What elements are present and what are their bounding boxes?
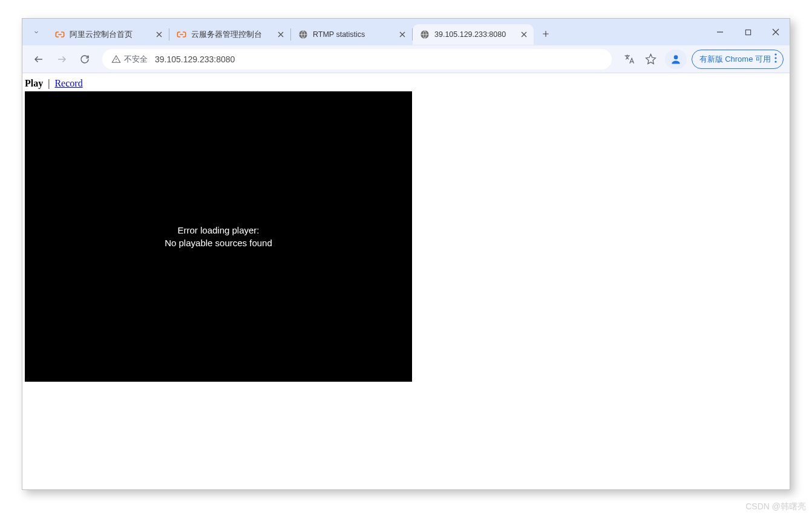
- reload-button[interactable]: [74, 49, 95, 70]
- close-icon: [156, 31, 162, 38]
- aliyun-icon: [177, 30, 186, 39]
- separator: |: [48, 78, 50, 88]
- svg-point-6: [774, 60, 776, 62]
- tab-title: 阿里云控制台首页: [70, 30, 152, 40]
- page-content: Play | Record Error loading player: No p…: [22, 73, 790, 387]
- new-tab-button[interactable]: [537, 25, 554, 42]
- profile-avatar-icon: [669, 52, 683, 67]
- globe-icon: [298, 30, 308, 39]
- toolbar: 不安全 39.105.129.233:8080 有新版 Chrome 可用: [22, 45, 790, 73]
- security-indicator[interactable]: 不安全: [111, 54, 148, 65]
- reload-icon: [79, 54, 90, 65]
- tab-ip-8080[interactable]: 39.105.129.233:8080: [413, 24, 534, 45]
- bookmark-button[interactable]: [641, 49, 661, 70]
- player-error-line1: Error loading player:: [177, 224, 259, 237]
- svg-point-5: [774, 57, 776, 59]
- close-icon: [278, 31, 284, 38]
- browser-window: 阿里云控制台首页 云服务器管理控制台 RTMP statistics: [22, 18, 790, 490]
- minimize-icon: [716, 28, 724, 36]
- address-bar[interactable]: 不安全 39.105.129.233:8080: [102, 49, 612, 70]
- svg-point-3: [673, 55, 678, 59]
- profile-chip[interactable]: [665, 50, 687, 69]
- tab-close-button[interactable]: [398, 30, 407, 39]
- tab-rtmp-stats[interactable]: RTMP statistics: [291, 24, 412, 45]
- update-label: 有新版 Chrome 可用: [699, 54, 771, 65]
- tab-ecs-console[interactable]: 云服务器管理控制台: [169, 24, 290, 45]
- record-link[interactable]: Record: [54, 78, 82, 88]
- chrome-update-pill[interactable]: 有新版 Chrome 可用: [692, 50, 784, 69]
- aliyun-icon: [55, 30, 65, 39]
- tab-search-button[interactable]: [28, 24, 44, 40]
- close-window-button[interactable]: [762, 22, 790, 42]
- tab-close-button[interactable]: [519, 30, 529, 39]
- window-controls: [706, 19, 790, 45]
- close-icon: [521, 31, 527, 38]
- arrow-left-icon: [33, 54, 44, 65]
- plus-icon: [542, 30, 550, 38]
- url-text: 39.105.129.233:8080: [155, 54, 603, 64]
- maximize-icon: [745, 29, 751, 36]
- warning-icon: [111, 54, 121, 64]
- translate-icon: [623, 53, 635, 65]
- page-nav: Play | Record: [25, 78, 787, 91]
- chevron-down-icon: [33, 28, 40, 36]
- tab-aliyun-home[interactable]: 阿里云控制台首页: [48, 24, 169, 45]
- globe-icon: [420, 30, 430, 39]
- player-error-line2: No playable sources found: [165, 237, 272, 249]
- video-player[interactable]: Error loading player: No playable source…: [25, 91, 412, 382]
- menu-icon: [774, 53, 777, 65]
- close-icon: [399, 31, 405, 38]
- maximize-button[interactable]: [734, 22, 762, 42]
- close-icon: [772, 28, 779, 36]
- svg-rect-2: [745, 30, 750, 34]
- tab-title: RTMP statistics: [313, 30, 395, 39]
- toolbar-actions: 有新版 Chrome 可用: [619, 49, 784, 70]
- back-button[interactable]: [28, 49, 49, 70]
- translate-button[interactable]: [619, 49, 640, 70]
- star-icon: [645, 53, 656, 65]
- tab-strip: 阿里云控制台首页 云服务器管理控制台 RTMP statistics: [22, 19, 790, 45]
- forward-button[interactable]: [51, 49, 72, 70]
- play-link[interactable]: Play: [25, 78, 43, 88]
- tab-title: 云服务器管理控制台: [191, 30, 273, 40]
- tab-title: 39.105.129.233:8080: [434, 30, 517, 39]
- watermark: CSDN @韩曙亮: [745, 501, 806, 512]
- tab-close-button[interactable]: [276, 30, 286, 39]
- security-label: 不安全: [124, 54, 148, 65]
- svg-point-4: [774, 53, 776, 55]
- minimize-button[interactable]: [706, 22, 734, 42]
- arrow-right-icon: [56, 54, 67, 65]
- tab-close-button[interactable]: [154, 30, 164, 39]
